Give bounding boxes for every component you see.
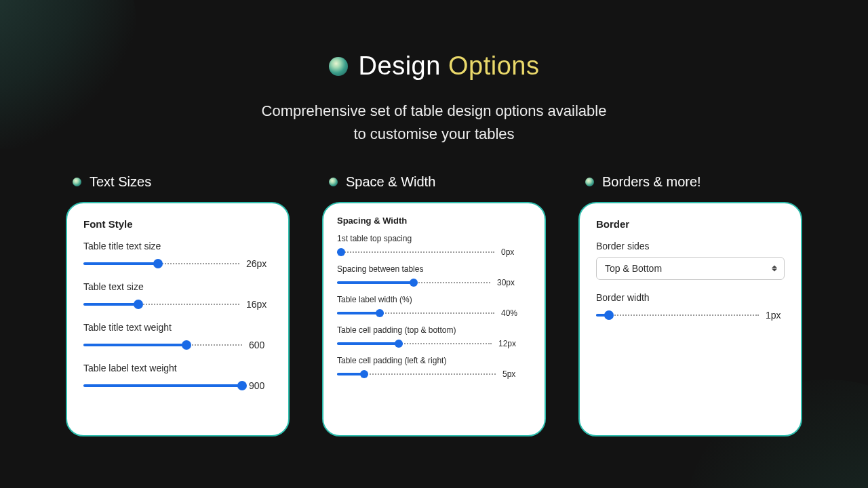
control-cell-padding-horiz: Table cell padding (left & right) 5px [337,356,531,379]
value-cell-padding-horiz: 5px [502,369,515,379]
label-first-top-spacing: 1st table top spacing [337,234,531,243]
bullet-dot-icon [73,178,81,186]
card-title-borders: Borders & more! [585,174,802,190]
slider-label-width[interactable] [337,309,494,317]
label-border-width: Border width [596,292,785,303]
control-label-text-weight: Table label text weight 900 [83,363,272,391]
control-label-width: Table label width (%) 40% [337,295,531,318]
select-border-sides-value: Top & Bottom [605,263,662,274]
label-table-text-size: Table text size [83,281,272,292]
label-label-width: Table label width (%) [337,295,531,304]
page-title: Design Options [359,52,540,81]
label-cell-padding-vert: Table cell padding (top & bottom) [337,325,531,335]
control-cell-padding-vert: Table cell padding (top & bottom) 12px [337,325,531,348]
slider-cell-padding-vert[interactable] [337,340,492,348]
control-border-width: Border width 1px [596,292,785,321]
page-title-word2: Options [448,52,539,80]
label-spacing-between: Spacing between tables [337,264,531,274]
value-cell-padding-vert: 12px [498,339,516,348]
logo-dot-icon [329,57,348,76]
card-title-text-sizes: Text Sizes [73,174,290,190]
section-heading-spacing-width: Spacing & Width [337,216,531,226]
bullet-dot-icon [329,178,338,186]
select-caret-icon [772,266,777,272]
section-heading-font-style: Font Style [83,218,272,230]
page-title-word1: Design [359,52,441,80]
column-borders: Borders & more! Border Border sides Top … [578,174,802,436]
label-title-text-size: Table title text size [83,241,272,251]
value-label-text-weight: 900 [249,380,264,391]
column-space-width: Space & Width Spacing & Width 1st table … [322,174,546,436]
control-title-text-weight: Table title text weight 600 [83,322,272,350]
card-font-style: Font Style Table title text size 26px Ta… [66,202,290,436]
slider-title-text-weight[interactable] [83,341,242,349]
value-label-width: 40% [501,308,517,318]
value-table-text-size: 16px [246,299,267,310]
value-border-width: 1px [766,310,781,321]
slider-first-top-spacing[interactable] [337,248,494,256]
value-title-text-size: 26px [246,258,267,269]
page-subtitle: Comprehensive set of table design option… [0,100,868,146]
card-border: Border Border sides Top & Bottom Border … [578,202,802,436]
slider-table-text-size[interactable] [83,300,239,308]
page-title-row: Design Options [0,52,868,81]
value-first-top-spacing: 0px [501,247,514,257]
label-title-text-weight: Table title text weight [83,322,272,333]
slider-spacing-between[interactable] [337,279,490,287]
label-cell-padding-horiz: Table cell padding (left & right) [337,356,531,365]
control-first-top-spacing: 1st table top spacing 0px [337,234,531,257]
slider-cell-padding-horiz[interactable] [337,370,496,378]
slider-label-text-weight[interactable] [83,382,242,390]
column-text-sizes: Text Sizes Font Style Table title text s… [66,174,290,436]
section-heading-border: Border [596,218,785,230]
card-spacing-width: Spacing & Width 1st table top spacing 0p… [322,202,546,436]
control-table-text-size: Table text size 16px [83,281,272,310]
control-title-text-size: Table title text size 26px [83,241,272,269]
select-border-sides[interactable]: Top & Bottom [596,257,785,280]
control-spacing-between: Spacing between tables 30px [337,264,531,287]
label-label-text-weight: Table label text weight [83,363,272,373]
label-border-sides: Border sides [596,241,785,251]
slider-border-width[interactable] [596,311,759,319]
value-spacing-between: 30px [497,278,515,287]
bullet-dot-icon [585,178,594,186]
slider-title-text-size[interactable] [83,260,239,268]
value-title-text-weight: 600 [249,340,264,350]
card-title-space-width: Space & Width [329,174,546,190]
